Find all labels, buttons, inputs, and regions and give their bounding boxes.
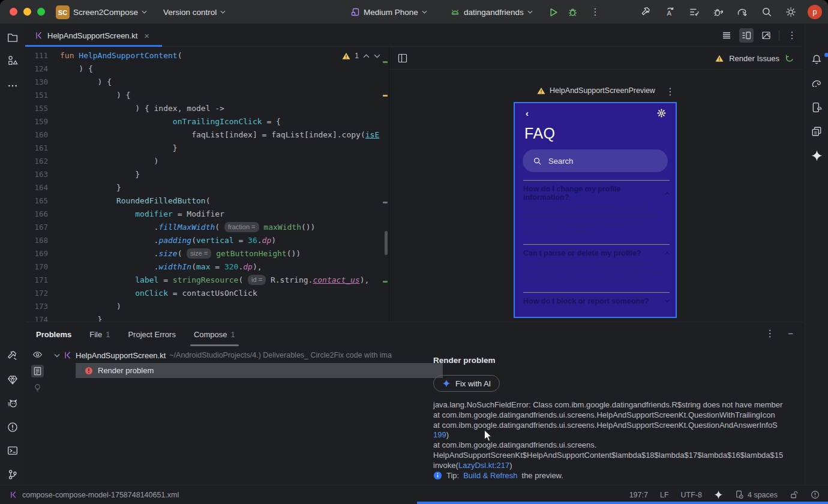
ai-status-sparkle-icon[interactable] — [714, 490, 723, 499]
code-line[interactable]: 165 RoundedFilledButton( — [25, 194, 389, 208]
file-encoding[interactable]: UTF-8 — [681, 491, 702, 499]
search-everywhere-icon[interactable] — [761, 7, 772, 17]
preview-card-header[interactable]: HelpAndSupportScreenPreview — [389, 86, 803, 95]
chevron-down-icon[interactable] — [54, 353, 60, 358]
code-line[interactable]: 168 .padding(vertical = 36.dp) — [25, 234, 389, 247]
prev-issue-icon[interactable] — [363, 54, 370, 58]
app-quality-insights-icon[interactable] — [7, 374, 18, 385]
close-tab-icon[interactable]: × — [144, 31, 149, 41]
vcs-selector[interactable]: Version control — [163, 0, 226, 24]
run-button[interactable] — [548, 0, 559, 24]
code-editor[interactable]: 111fun HelpAndSupportContent(124 ) {130 … — [25, 47, 389, 322]
maximize-window-icon[interactable] — [37, 8, 45, 16]
settings-gear-icon[interactable] — [785, 7, 796, 17]
stripe-mark-green[interactable] — [383, 61, 388, 63]
code-line[interactable]: 162 ) — [25, 155, 389, 168]
line-separator[interactable]: LF — [660, 491, 669, 499]
editor-scrollbar[interactable] — [385, 231, 388, 255]
build-refresh-link[interactable]: Build & Refresh — [463, 471, 517, 480]
faq-question[interactable]: Can I pause or delete my profile? — [523, 245, 670, 259]
running-devices-icon[interactable] — [811, 102, 822, 113]
trace-link[interactable]: LazyDsl.kt:217 — [458, 461, 509, 470]
code-line[interactable]: 159 onTrailingIconClick = { — [25, 115, 389, 128]
tab-helpandsupportscreen[interactable]: HelpAndSupportScreen.kt × — [25, 24, 162, 47]
render-problem-row[interactable]: Render problem — [76, 363, 443, 378]
split-view-button[interactable] — [739, 28, 754, 43]
logcat-icon[interactable] — [7, 398, 18, 409]
git-tool-icon[interactable] — [7, 469, 18, 480]
build-run-icon[interactable] — [641, 7, 652, 17]
resource-manager-icon[interactable] — [7, 55, 18, 66]
project-selector[interactable]: Screen2Compose — [73, 0, 147, 24]
problems-file-row[interactable]: HelpAndSupportScreen.kt ~/AndroidStudioP… — [54, 349, 443, 362]
project-tool-icon[interactable] — [7, 32, 18, 43]
problems-tab-compose[interactable]: Compose1 — [194, 322, 235, 346]
code-line[interactable]: 161 } — [25, 142, 389, 155]
code-line[interactable]: 167 .fillMaxWidth( fraction = maxWidth()… — [25, 221, 389, 234]
code-line[interactable]: 130 ) { — [25, 76, 389, 89]
debug-button[interactable] — [568, 0, 578, 24]
render-issues-group[interactable]: Render Issues — [715, 47, 794, 70]
status-alert-icon[interactable] — [811, 490, 820, 499]
notifications-button[interactable] — [811, 54, 822, 65]
run-config-selector[interactable]: datingandfriends — [450, 0, 533, 24]
unlock-icon[interactable] — [790, 490, 799, 499]
code-line[interactable]: 111fun HelpAndSupportContent( — [25, 49, 389, 62]
problems-tab-project-errors[interactable]: Project Errors — [128, 322, 175, 346]
code-line[interactable]: 124 ) { — [25, 62, 389, 76]
editor-options-kebab[interactable]: ⋮ — [787, 31, 797, 40]
code-line[interactable]: 171 label = stringResource( id = R.strin… — [25, 274, 389, 287]
stripe-mark-orange[interactable] — [383, 95, 388, 97]
next-issue-icon[interactable] — [374, 54, 380, 58]
user-avatar[interactable]: p — [808, 5, 822, 19]
device-selector[interactable]: Medium Phone — [350, 0, 427, 24]
build-refresh-icon[interactable] — [785, 53, 794, 63]
back-chevron-icon[interactable]: ‹ — [526, 108, 529, 118]
code-line[interactable]: 166 modifier = Modifier — [25, 208, 389, 221]
inspection-widget[interactable]: 1 — [342, 52, 380, 60]
problems-tool-icon[interactable] — [7, 422, 18, 433]
status-file[interactable]: compose-compose-model-1758748140651.xml — [10, 485, 179, 504]
faq-question[interactable]: How do I change my profile information? — [523, 181, 670, 203]
stripe-mark-gray[interactable] — [383, 202, 388, 203]
faq-question[interactable]: How do I block or report someone? — [523, 293, 670, 319]
gradle-tool-icon[interactable] — [811, 78, 823, 89]
code-line[interactable]: 173 ) — [25, 300, 389, 313]
gradle-sync-icon[interactable] — [737, 7, 748, 17]
preview-options-kebab[interactable]: ⋮ — [665, 87, 675, 97]
code-line[interactable]: 160 faqList[index] = faqList[index].copy… — [25, 128, 389, 142]
build-tool-icon[interactable] — [7, 350, 18, 361]
device-explorer-icon[interactable] — [811, 126, 822, 137]
code-line[interactable]: 169 .size( size = getButtonHeight()) — [25, 247, 389, 260]
apply-changes-icon[interactable] — [689, 7, 700, 17]
minimize-window-icon[interactable] — [23, 8, 31, 16]
attach-debugger-icon[interactable] — [713, 7, 724, 17]
faq-search-bar[interactable]: Search — [523, 149, 668, 172]
fix-with-ai-button[interactable]: Fix with AI — [433, 375, 500, 392]
problems-tab-file[interactable]: File1 — [89, 322, 110, 346]
quick-fix-bulb-icon[interactable] — [33, 383, 42, 392]
preview-layout-icon[interactable] — [398, 53, 407, 63]
gemini-assistant-icon[interactable] — [811, 150, 823, 161]
trace-link[interactable]: 199 — [433, 430, 446, 439]
code-line[interactable]: 151 ) { — [25, 89, 389, 102]
code-line[interactable]: 155 ) { index, model -> — [25, 102, 389, 115]
stripe-mark-green2[interactable] — [383, 281, 388, 283]
code-view-icon[interactable] — [722, 31, 731, 40]
code-line[interactable]: 174 } — [25, 313, 389, 322]
code-line[interactable]: 170 .widthIn(max = 320.dp), — [25, 260, 389, 274]
terminal-tool-icon[interactable] — [7, 445, 18, 456]
more-run-options-button[interactable]: ⋮ — [590, 0, 600, 24]
problems-tab-problems[interactable]: Problems — [36, 322, 71, 346]
code-line[interactable]: 164 } — [25, 181, 389, 194]
caret-position[interactable]: 197:7 — [629, 491, 648, 499]
open-details-button[interactable] — [31, 365, 44, 377]
code-line[interactable]: 172 onClick = contactUsOnClick — [25, 287, 389, 300]
preview-eye-icon[interactable] — [32, 350, 43, 359]
rename-refactor-icon[interactable]: A — [665, 7, 676, 17]
more-tools-icon[interactable] — [7, 80, 18, 91]
settings-gear-icon[interactable] — [657, 109, 666, 118]
indent-widget[interactable]: 4 spaces — [735, 490, 778, 499]
code-line[interactable]: 163 } — [25, 168, 389, 181]
close-window-icon[interactable] — [10, 8, 17, 16]
